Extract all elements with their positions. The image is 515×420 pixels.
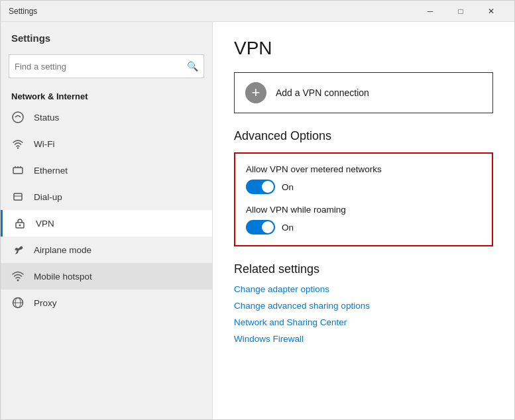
toggle-switch-roaming[interactable]: [246, 220, 275, 235]
proxy-icon: [11, 296, 25, 309]
status-icon: [11, 111, 25, 124]
sidebar-item-hotspot[interactable]: Mobile hotspot: [1, 263, 212, 289]
svg-rect-2: [13, 168, 23, 174]
add-vpn-box[interactable]: + Add a VPN connection: [234, 72, 493, 113]
advanced-options-heading: Advanced Options: [234, 129, 493, 143]
minimize-button[interactable]: ─: [415, 1, 445, 22]
sidebar-item-label-status: Status: [34, 113, 59, 123]
svg-point-1: [17, 147, 19, 148]
toggle-row-metered: Allow VPN over metered networks On: [246, 164, 481, 194]
hotspot-icon: [11, 270, 25, 283]
content-area: Settings 🔍 Network & Internet Status: [1, 22, 514, 419]
main-content: VPN + Add a VPN connection Advanced Opti…: [213, 22, 514, 419]
sidebar-item-status[interactable]: Status: [1, 104, 212, 131]
search-icon: 🔍: [187, 61, 198, 72]
title-bar-title: Settings: [9, 7, 37, 16]
related-settings-heading: Related settings: [234, 262, 493, 276]
toggle-control-roaming: On: [246, 220, 481, 235]
title-bar-controls: ─ □ ✕: [415, 1, 506, 22]
sidebar-item-label-proxy: Proxy: [34, 298, 57, 308]
maximize-button[interactable]: □: [445, 1, 476, 22]
related-link-firewall[interactable]: Windows Firewall: [234, 334, 493, 344]
toggle-switch-metered[interactable]: [246, 180, 275, 194]
sidebar-item-label-wifi: Wi-Fi: [34, 139, 54, 149]
advanced-options-box: Allow VPN over metered networks On Allow…: [234, 152, 493, 246]
settings-window: Settings ─ □ ✕ Settings 🔍 Network & Inte…: [0, 0, 515, 420]
sidebar-item-label-dialup: Dial-up: [34, 192, 62, 202]
related-link-adapter[interactable]: Change adapter options: [234, 284, 493, 294]
toggle-value-roaming: On: [282, 223, 294, 233]
sidebar-item-label-vpn: VPN: [36, 219, 54, 229]
svg-point-0: [13, 112, 23, 123]
search-input[interactable]: [15, 62, 187, 72]
sidebar-item-airplane[interactable]: Airplane mode: [1, 236, 212, 263]
plus-icon: +: [245, 82, 266, 103]
svg-point-10: [17, 280, 19, 282]
toggle-row-roaming: Allow VPN while roaming On: [246, 205, 481, 235]
toggle-control-metered: On: [246, 180, 481, 194]
sidebar-header: Settings: [1, 22, 212, 49]
related-link-sharing[interactable]: Change advanced sharing options: [234, 301, 493, 311]
sidebar-item-ethernet[interactable]: Ethernet: [1, 157, 212, 184]
sidebar-item-label-airplane: Airplane mode: [34, 245, 91, 255]
search-box[interactable]: 🔍: [9, 54, 204, 78]
sidebar-item-dialup[interactable]: Dial-up: [1, 184, 212, 210]
sidebar-item-proxy[interactable]: Proxy: [1, 289, 212, 316]
page-title: VPN: [234, 38, 493, 59]
close-button[interactable]: ✕: [476, 1, 506, 22]
sidebar-item-wifi[interactable]: Wi-Fi: [1, 131, 212, 157]
dialup-icon: [11, 190, 25, 203]
add-vpn-label: Add a VPN connection: [276, 87, 369, 98]
toggle-label-roaming: Allow VPN while roaming: [246, 205, 481, 215]
sidebar-item-vpn[interactable]: VPN: [1, 210, 212, 236]
sidebar: Settings 🔍 Network & Internet Status: [1, 22, 213, 419]
wifi-icon: [11, 137, 25, 150]
svg-rect-6: [14, 193, 22, 200]
ethernet-icon: [11, 164, 25, 177]
title-bar: Settings ─ □ ✕: [1, 1, 514, 22]
sidebar-item-label-hotspot: Mobile hotspot: [34, 272, 92, 282]
svg-point-9: [19, 225, 21, 227]
section-label: Network & Internet: [1, 86, 212, 104]
sidebar-item-label-ethernet: Ethernet: [34, 166, 68, 176]
toggle-label-metered: Allow VPN over metered networks: [246, 164, 481, 174]
toggle-value-metered: On: [282, 182, 294, 192]
vpn-icon: [13, 217, 27, 230]
airplane-icon: [11, 243, 25, 256]
related-link-network-center[interactable]: Network and Sharing Center: [234, 317, 493, 327]
